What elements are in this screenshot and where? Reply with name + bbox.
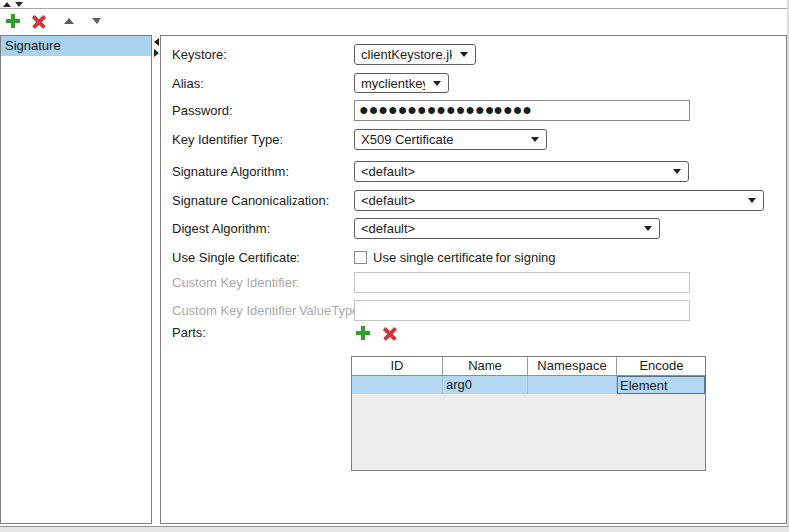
entries-toolbar: [4, 11, 105, 31]
cell-namespace[interactable]: [528, 376, 617, 394]
parts-remove-button[interactable]: [381, 324, 399, 342]
parts-table-empty-area: [352, 394, 705, 470]
arrow-down-icon: [15, 2, 23, 7]
chevron-down-icon: [673, 169, 681, 174]
parts-label: Parts:: [172, 322, 206, 343]
column-header-namespace[interactable]: Namespace: [528, 357, 617, 375]
list-item-signature[interactable]: Signature: [1, 36, 151, 56]
column-header-name[interactable]: Name: [443, 357, 528, 375]
x-icon: [383, 326, 397, 340]
move-up-button[interactable]: [60, 12, 78, 30]
use-single-certificate-label: Use Single Certificate:: [172, 247, 300, 267]
column-header-id[interactable]: ID: [352, 357, 443, 375]
top-divider: [0, 8, 789, 9]
arrow-right-icon: [154, 49, 159, 57]
custom-key-identifier-input: [354, 272, 690, 293]
custom-key-identifier-valuetype-input: [354, 300, 690, 321]
plus-icon: [356, 326, 370, 340]
window-bottom-bar: [0, 526, 789, 532]
arrow-left-icon: [154, 38, 159, 46]
digest-algorithm-value: <default>: [361, 219, 636, 238]
digest-algorithm-dropdown[interactable]: <default>: [354, 218, 660, 239]
key-identifier-type-label: Key Identifier Type:: [172, 129, 283, 150]
plus-icon: [6, 14, 20, 28]
password-input[interactable]: ●●●●●●●●●●●●●●●●●●: [354, 100, 690, 121]
alias-label: Alias:: [172, 73, 204, 93]
signature-algorithm-label: Signature Algorithm:: [172, 161, 289, 182]
custom-key-identifier-valuetype-label: Custom Key Identifier ValueType:: [172, 300, 363, 321]
key-identifier-type-dropdown[interactable]: X509 Certificate: [354, 129, 547, 150]
use-single-certificate-checkbox[interactable]: [354, 251, 367, 264]
chevron-down-icon: [460, 52, 468, 57]
parts-table-header: ID Name Namespace Encode: [352, 357, 705, 376]
custom-key-identifier-label: Custom Key Identifier:: [172, 272, 299, 293]
arrow-down-icon: [92, 18, 101, 24]
x-icon: [32, 14, 46, 28]
cell-name[interactable]: arg0: [443, 376, 528, 394]
chevron-down-icon: [644, 226, 652, 231]
arrow-up-icon: [64, 18, 74, 24]
move-down-button[interactable]: [88, 12, 105, 30]
splitter-arrows: [152, 35, 160, 57]
wss-signature-config-window: Signature Keystore: clientKeystore.jks A…: [0, 0, 789, 532]
use-single-certificate-checkbox-label: Use single certificate for signing: [373, 250, 556, 265]
alias-value: myclientkey: [361, 74, 425, 92]
parts-add-button[interactable]: [354, 324, 372, 342]
keystore-label: Keystore:: [172, 44, 227, 65]
keystore-dropdown[interactable]: clientKeystore.jks: [354, 44, 476, 65]
chevron-down-icon: [433, 81, 441, 86]
signature-canonicalization-dropdown[interactable]: <default>: [354, 190, 764, 211]
add-entry-button[interactable]: [4, 12, 22, 30]
column-header-encode[interactable]: Encode: [617, 357, 705, 375]
signature-algorithm-value: <default>: [361, 162, 665, 181]
digest-algorithm-label: Digest Algorithm:: [172, 218, 270, 239]
entries-list-panel: Signature: [0, 35, 152, 524]
chevron-down-icon: [748, 198, 756, 203]
remove-entry-button[interactable]: [30, 12, 48, 30]
signature-canonicalization-label: Signature Canonicalization:: [172, 190, 329, 211]
parts-table: ID Name Namespace Encode arg0 Element: [351, 356, 706, 471]
arrow-up-icon: [3, 2, 11, 7]
table-row[interactable]: arg0 Element: [352, 376, 705, 394]
cell-encode[interactable]: Element: [617, 376, 705, 394]
signature-algorithm-dropdown[interactable]: <default>: [354, 161, 689, 182]
password-label: Password:: [172, 100, 233, 121]
use-single-certificate-row: Use single certificate for signing: [354, 250, 556, 265]
parts-toolbar: [354, 324, 399, 342]
cell-id[interactable]: [352, 376, 443, 394]
key-identifier-type-value: X509 Certificate: [361, 130, 523, 149]
keystore-value: clientKeystore.jks: [361, 45, 452, 64]
alias-dropdown[interactable]: myclientkey: [354, 73, 449, 93]
chevron-down-icon: [531, 137, 539, 142]
signature-config-panel: Keystore: clientKeystore.jks Alias: mycl…: [160, 35, 787, 524]
panel-splitter[interactable]: [152, 35, 160, 524]
splitter-collapse-control[interactable]: [3, 1, 23, 7]
signature-canonicalization-value: <default>: [361, 191, 740, 210]
